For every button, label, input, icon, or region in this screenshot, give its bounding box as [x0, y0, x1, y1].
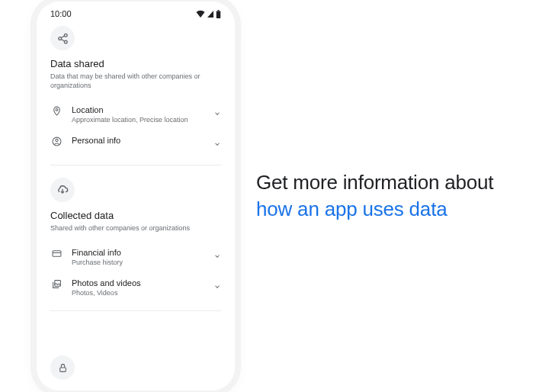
chevron-down-icon	[213, 248, 221, 263]
location-icon	[50, 105, 63, 116]
shared-subtitle: Data that may be shared with other compa…	[50, 72, 221, 90]
svg-point-2	[64, 34, 67, 37]
share-icon	[57, 33, 69, 44]
svg-point-3	[58, 37, 61, 40]
collected-title: Collected data	[50, 210, 221, 221]
person-icon	[50, 136, 63, 146]
svg-point-9	[55, 140, 57, 142]
battery-icon	[216, 10, 221, 18]
collected-row-financial[interactable]: Financial info Purchase history	[50, 242, 221, 272]
stage: 10:00 Data shared Data that may be share…	[0, 0, 555, 392]
shared-row-location[interactable]: Location Approximate location, Precise l…	[50, 99, 221, 130]
svg-line-6	[61, 39, 64, 41]
divider	[50, 310, 221, 311]
row-subtitle: Approximate location, Precise location	[72, 116, 204, 124]
lock-icon	[58, 363, 68, 373]
lock-section	[37, 355, 235, 390]
svg-point-7	[56, 109, 58, 111]
collected-section-icon-circle	[50, 178, 75, 202]
card-icon	[50, 248, 63, 259]
share-section-icon-circle	[50, 26, 75, 50]
cloud-download-icon	[56, 184, 69, 196]
row-title: Personal info	[72, 136, 204, 145]
row-subtitle: Photos, Videos	[72, 289, 204, 297]
headline-line1: Get more information about	[256, 169, 493, 196]
wifi-icon	[196, 10, 205, 18]
status-bar: 10:00	[37, 2, 235, 18]
svg-rect-1	[217, 10, 219, 11]
svg-rect-11	[53, 251, 61, 257]
chevron-down-icon	[213, 105, 221, 120]
row-title: Photos and videos	[72, 278, 204, 288]
collected-row-photos[interactable]: Photos and videos Photos, Videos	[50, 272, 221, 303]
chevron-down-icon	[213, 136, 221, 151]
row-subtitle: Purchase history	[72, 259, 204, 266]
svg-rect-14	[59, 367, 66, 371]
svg-rect-0	[217, 11, 221, 18]
svg-line-5	[61, 36, 64, 38]
row-title: Financial info	[72, 248, 204, 257]
cell-icon	[207, 10, 214, 18]
headline: Get more information about how an app us…	[256, 169, 493, 223]
shared-row-personal[interactable]: Personal info	[50, 130, 221, 157]
status-time: 10:00	[50, 9, 72, 18]
svg-point-4	[64, 40, 67, 43]
lock-icon-circle	[50, 355, 75, 380]
divider	[50, 165, 221, 165]
photo-library-icon	[50, 278, 63, 289]
collected-subtitle: Shared with other companies or organizat…	[50, 223, 221, 233]
shared-title: Data shared	[50, 58, 221, 69]
chevron-down-icon	[213, 278, 221, 294]
status-icons	[196, 10, 221, 18]
headline-line2: how an app uses data	[256, 196, 493, 223]
phone-frame: 10:00 Data shared Data that may be share…	[37, 2, 235, 390]
scroll-area: Data shared Data that may be shared with…	[37, 18, 235, 355]
row-title: Location	[72, 105, 204, 114]
